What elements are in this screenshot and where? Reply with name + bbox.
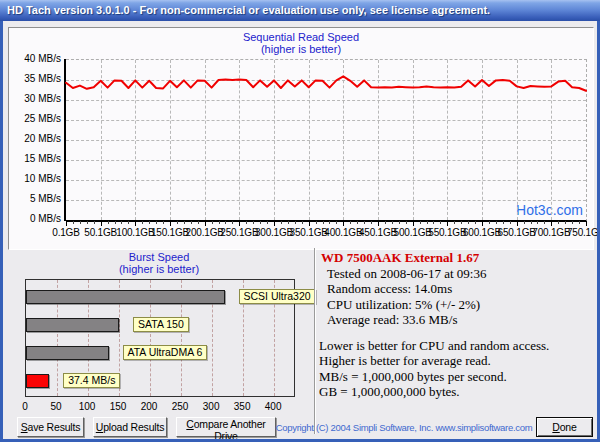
x-axis-label: 250.1GB [220,227,258,238]
average-read-line: Average read: 33.6 MB/s [327,312,591,328]
burst-axis-tick-label: 400 [265,401,282,412]
burst-plot-area: SCSI Ultra320SATA 150ATA UltraDMA 637.4 … [25,279,295,397]
x-axis-label: 300.1GB [255,227,293,238]
y-axis-label: 0 MB/s [11,213,61,224]
y-axis-label: 35 MB/s [11,73,61,84]
burst-axis-tick-label: 250 [172,401,189,412]
y-axis-label: 25 MB/s [11,113,61,124]
burst-axis-tick-label: 50 [50,401,61,412]
burst-axis-tick-label: 150 [110,401,127,412]
y-axis-label: 40 MB/s [11,53,61,64]
window-title: HD Tach version 3.0.1.0 - For non-commer… [7,0,490,21]
tested-on-line: Tested on 2008-06-17 at 09:36 [327,266,591,282]
burst-bar-label: SCSI Ultra320 [239,289,316,304]
x-axis-label: 750.1GB [567,227,597,238]
random-access-line: Random access: 14.0ms [327,281,591,297]
y-axis-label: 15 MB/s [11,153,61,164]
burst-chart-subtitle: (higher is better) [3,263,315,275]
x-axis-label: 450.1GB [359,227,397,238]
note-lower-better: Lower is better for CPU and random acces… [319,338,591,354]
done-button[interactable]: Done [536,417,593,437]
x-axis-label: 550.1GB [428,227,466,238]
burst-bar-label: SATA 150 [133,317,189,332]
x-axis-label: 400.1GB [324,227,362,238]
y-axis-label: 10 MB/s [11,173,61,184]
sequential-read-panel: Sequential Read Speed (higher is better)… [8,27,594,250]
compare-another-drive-button[interactable]: Compare Another Drive [176,417,276,437]
title-bar: HD Tach version 3.0.1.0 - For non-commer… [0,0,600,21]
note-gb-definition: GB = 1,000,000,000 bytes. [319,384,591,400]
copyright-text: Copyright (C) 2004 Simpli Software, Inc.… [276,422,533,433]
note-mbs-definition: MB/s = 1,000,000 bytes per second. [319,369,591,385]
drive-name: WD 7500AAK External 1.67 [321,250,591,266]
x-axis-label: 200.1GB [186,227,224,238]
y-axis-label: 30 MB/s [11,93,61,104]
read-chart-subtitle: (higher is better) [9,43,593,55]
burst-axis-tick-label: 0 [22,401,28,412]
burst-axis-tick-label: 200 [141,401,158,412]
hdtach-window: HD Tach version 3.0.1.0 - For non-commer… [0,0,600,442]
y-axis-label: 20 MB/s [11,133,61,144]
burst-chart-title: Burst Speed [3,251,315,263]
y-axis-label: 5 MB/s [11,193,61,204]
cpu-utilization-line: CPU utilization: 5% (+/- 2%) [327,297,591,313]
burst-bar [26,318,119,332]
burst-bar [26,290,225,304]
burst-bar-label: 37.4 MB/s [63,373,120,388]
burst-axis-tick-label: 100 [79,401,96,412]
x-axis-label: 0.1GB [52,227,79,238]
x-axis-label: 100.1GB [116,227,154,238]
x-axis-label: 350.1GB [290,227,328,238]
note-higher-better: Higher is better for average read. [319,353,591,369]
burst-axis-tick-label: 350 [234,401,251,412]
burst-x-axis: 050100150200250300350400 [25,401,305,413]
read-plot-area: Hot3c.com [66,59,587,222]
burst-bar-label: ATA UltraDMA 6 [123,345,208,360]
x-axis-label: 700.1GB [532,227,570,238]
upload-results-button[interactable]: Upload Results [93,417,167,437]
x-axis-label: 500.1GB [394,227,432,238]
drive-info-panel: WD 7500AAK External 1.67 Tested on 2008-… [319,250,591,400]
burst-bar [26,374,49,388]
read-chart-title: Sequential Read Speed [9,31,593,43]
x-axis-label: 600.1GB [463,227,501,238]
burst-bar [26,346,109,360]
vertical-separator [314,248,316,434]
x-axis-label: 150.1GB [151,227,189,238]
x-axis-label: 650.1GB [498,227,536,238]
save-results-button[interactable]: Save Results [17,417,84,437]
x-axis-label: 50.1GB [84,227,117,238]
read-speed-line [66,60,586,220]
burst-axis-tick-label: 300 [203,401,220,412]
client-area: Sequential Read Speed (higher is better)… [3,21,597,439]
read-x-major-ticks [66,221,587,226]
